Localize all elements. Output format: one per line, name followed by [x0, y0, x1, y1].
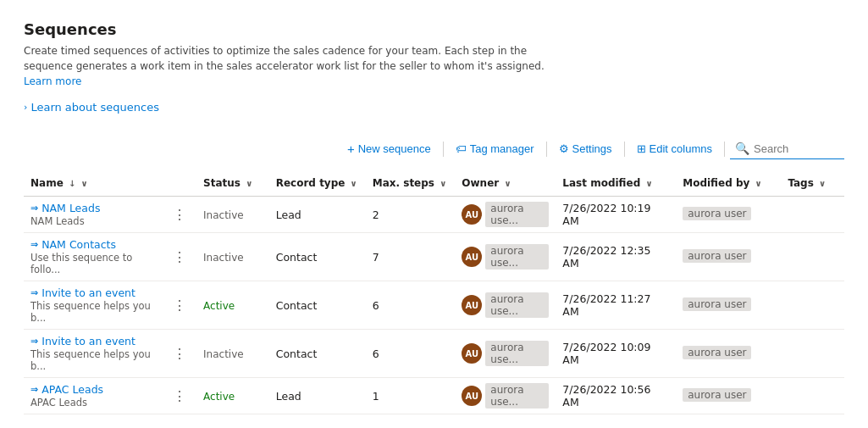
name-cell-4: ⇒ APAC Leads APAC Leads — [24, 378, 163, 414]
sequence-icon-3: ⇒ — [30, 336, 38, 347]
name-cell-2: ⇒ Invite to an event This sequence helps… — [24, 281, 163, 330]
sequence-name-link-1[interactable]: ⇒ NAM Contacts — [30, 238, 156, 251]
col-header-tags[interactable]: Tags ∨ — [781, 170, 844, 197]
last-modified-cell-3: 7/26/2022 10:09 AM — [556, 330, 676, 378]
last-modified-value-0: 7/26/2022 10:19 AM — [562, 202, 650, 227]
sequence-icon-1: ⇒ — [30, 239, 38, 250]
name-dropdown-icon: ∨ — [81, 179, 88, 188]
owner-name-1: aurora use... — [485, 244, 549, 270]
owner-name-3: aurora use... — [485, 341, 549, 366]
col-header-status[interactable]: Status ∨ — [196, 170, 269, 197]
owner-name-2: aurora use... — [485, 292, 549, 318]
toolbar: + New sequence 🏷 Tag manager ⚙ Settings … — [24, 137, 844, 167]
status-badge-1: Inactive — [203, 252, 244, 264]
modified-by-cell-2: aurora user — [676, 281, 781, 330]
chevron-right-icon: › — [24, 102, 27, 113]
sort-icon: ↓ — [69, 179, 75, 188]
separator-2 — [546, 142, 547, 157]
sequence-name-link-3[interactable]: ⇒ Invite to an event — [30, 335, 156, 347]
modified-by-value-4: aurora user — [683, 388, 751, 402]
col-header-owner[interactable]: Owner ∨ — [455, 170, 556, 197]
max-steps-cell-4: 1 — [366, 378, 456, 414]
settings-button[interactable]: ⚙ Settings — [552, 138, 619, 159]
modified-dropdown-icon: ∨ — [645, 179, 652, 188]
sequence-name-link-4[interactable]: ⇒ APAC Leads — [30, 383, 156, 396]
search-input[interactable] — [754, 142, 839, 155]
owner-cell-0: AU aurora use... — [455, 197, 556, 233]
status-badge-0: Inactive — [203, 209, 244, 221]
table-header-row: Name ↓ ∨ Status ∨ Record type ∨ Max. ste… — [24, 170, 844, 197]
col-header-modified-by[interactable]: Modified by ∨ — [676, 170, 781, 197]
record-type-cell-3: Contact — [269, 330, 366, 378]
steps-dropdown-icon: ∨ — [440, 179, 446, 188]
status-cell-2: Active — [196, 281, 269, 330]
modified-by-value-1: aurora user — [683, 249, 751, 263]
more-cell-3: ⋮ — [163, 330, 196, 378]
learn-more-link[interactable]: Learn more — [24, 75, 81, 87]
more-button-0[interactable]: ⋮ — [169, 205, 190, 225]
more-button-2[interactable]: ⋮ — [169, 296, 190, 315]
record-type-value-4: Lead — [276, 390, 301, 403]
modified-by-cell-0: aurora user — [676, 197, 781, 233]
col-header-name[interactable]: Name ↓ ∨ — [24, 170, 163, 197]
status-cell-3: Inactive — [196, 330, 269, 378]
last-modified-cell-1: 7/26/2022 12:35 AM — [556, 233, 676, 281]
more-button-4[interactable]: ⋮ — [169, 386, 190, 406]
more-cell-1: ⋮ — [163, 233, 196, 281]
sequence-subtitle-0: NAM Leads — [30, 215, 156, 227]
col-header-max-steps[interactable]: Max. steps ∨ — [366, 170, 456, 197]
tag-manager-button[interactable]: 🏷 Tag manager — [449, 138, 541, 159]
more-cell-0: ⋮ — [163, 197, 196, 233]
owner-avatar-0: AU — [462, 204, 482, 225]
owner-avatar-4: AU — [462, 386, 482, 406]
page-subtitle: Create timed sequences of activities to … — [24, 43, 549, 89]
more-cell-2: ⋮ — [163, 281, 196, 330]
last-modified-value-4: 7/26/2022 10:56 AM — [562, 383, 650, 409]
more-button-1[interactable]: ⋮ — [169, 247, 190, 267]
more-cell-4: ⋮ — [163, 378, 196, 414]
table-row: ⇒ Invite to an event This sequence helps… — [24, 330, 844, 378]
tags-cell-0 — [781, 197, 844, 233]
new-sequence-button[interactable]: + New sequence — [340, 137, 438, 160]
sequence-subtitle-3: This sequence helps you b... — [30, 348, 156, 372]
sequence-icon-4: ⇒ — [30, 384, 38, 395]
owner-cell-2: AU aurora use... — [455, 281, 556, 330]
sequence-subtitle-1: Use this sequence to follo... — [30, 252, 156, 275]
owner-dropdown-icon: ∨ — [504, 179, 511, 188]
owner-cell-3: AU aurora use... — [455, 330, 556, 378]
owner-name-0: aurora use... — [485, 202, 549, 227]
columns-icon: ⊞ — [637, 142, 646, 155]
max-steps-cell-0: 2 — [366, 197, 456, 233]
edit-columns-button[interactable]: ⊞ Edit columns — [630, 138, 719, 159]
col-header-last-modified[interactable]: Last modified ∨ — [556, 170, 676, 197]
page-title: Sequences — [24, 20, 844, 38]
record-type-value-0: Lead — [276, 208, 301, 221]
col-header-record-type[interactable]: Record type ∨ — [269, 170, 366, 197]
record-type-cell-4: Lead — [269, 378, 366, 414]
tags-cell-4 — [781, 378, 844, 414]
max-steps-cell-2: 6 — [366, 281, 456, 330]
record-type-value-1: Contact — [276, 251, 318, 264]
table-row: ⇒ APAC Leads APAC Leads ⋮ Active Lead 1 … — [24, 378, 844, 414]
table-row: ⇒ NAM Leads NAM Leads ⋮ Inactive Lead 2 … — [24, 197, 844, 233]
status-dropdown-icon: ∨ — [246, 179, 252, 188]
record-type-cell-1: Contact — [269, 233, 366, 281]
sequences-table: Name ↓ ∨ Status ∨ Record type ∨ Max. ste… — [24, 170, 844, 414]
modified-by-cell-4: aurora user — [676, 378, 781, 414]
sequence-subtitle-4: APAC Leads — [30, 397, 156, 409]
learn-about-sequences[interactable]: › Learn about sequences — [24, 101, 844, 114]
sequence-name-link-2[interactable]: ⇒ Invite to an event — [30, 286, 156, 299]
modified-by-cell-1: aurora user — [676, 233, 781, 281]
more-button-3[interactable]: ⋮ — [169, 344, 190, 364]
separator-1 — [443, 142, 444, 157]
status-badge-3: Inactive — [203, 348, 244, 360]
name-cell-3: ⇒ Invite to an event This sequence helps… — [24, 330, 163, 378]
modified-by-value-0: aurora user — [683, 207, 751, 220]
owner-cell-4: AU aurora use... — [455, 378, 556, 414]
sequence-name-link-0[interactable]: ⇒ NAM Leads — [30, 202, 156, 214]
record-type-value-3: Contact — [276, 347, 318, 360]
owner-cell-1: AU aurora use... — [455, 233, 556, 281]
record-dropdown-icon: ∨ — [351, 179, 357, 188]
plus-icon: + — [347, 142, 355, 156]
tags-cell-2 — [781, 281, 844, 330]
